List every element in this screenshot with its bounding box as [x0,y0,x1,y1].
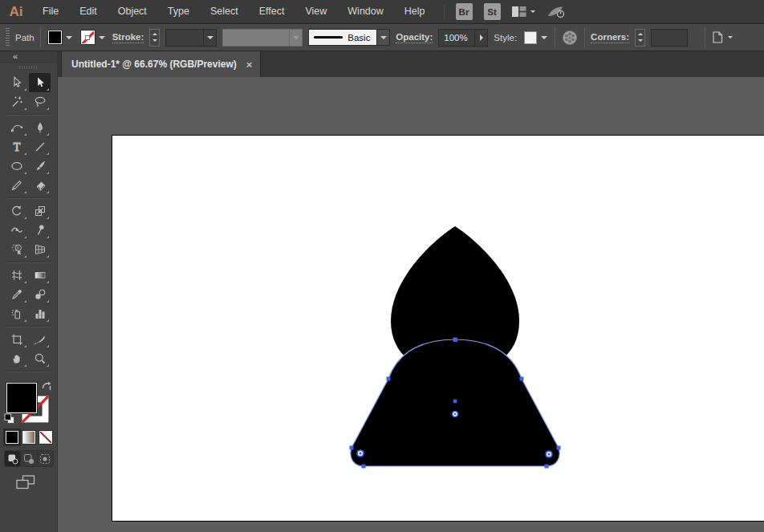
shape-builder-icon [10,243,23,256]
tool-gradient[interactable] [29,266,51,285]
recolor-artwork-icon[interactable] [561,29,579,47]
chevron-right-icon[interactable] [474,30,487,46]
tool-rotate[interactable] [6,201,28,221]
close-icon[interactable]: × [246,59,253,70]
bridge-button[interactable]: Br [456,3,473,20]
chevron-down-icon[interactable] [377,29,390,46]
tool-line-segment[interactable] [29,137,51,156]
fill-swatch[interactable] [48,30,62,44]
tool-slice[interactable] [29,330,51,349]
step-down-icon[interactable] [152,39,157,42]
tool-column-graph[interactable] [29,304,51,323]
illustrator-window: Ai File Edit Object Type Select Effect V… [0,0,764,532]
opacity-combo[interactable]: 100% [438,29,488,47]
corner-widget[interactable] [356,449,364,457]
divider [555,27,555,48]
tool-pen[interactable] [29,118,51,137]
divider [6,371,51,372]
tool-shape-builder[interactable] [6,240,28,259]
tool-perspective-grid[interactable] [29,240,51,259]
step-down-icon[interactable] [638,39,643,42]
stroke-weight-stepper[interactable] [149,29,160,47]
menu-type[interactable]: Type [157,0,200,23]
stroke-none-swatch[interactable] [81,30,95,44]
canvas-pasteboard[interactable] [58,77,764,532]
corner-widget[interactable] [545,450,553,458]
artwork [112,136,764,521]
tool-hand[interactable] [6,349,28,368]
stock-button[interactable]: St [484,3,501,20]
divider [6,114,51,116]
tool-lasso[interactable] [29,92,51,112]
draw-inside-button[interactable] [38,451,53,466]
step-up-icon[interactable] [638,33,643,35]
corners-stepper[interactable] [635,29,645,47]
control-bar-grip[interactable] [6,28,10,47]
tools-panel-grip[interactable] [0,63,57,71]
stroke-weight-combo[interactable] [165,29,217,47]
tool-curvature[interactable] [6,118,28,137]
tool-scale[interactable] [29,201,51,221]
tool-pencil[interactable] [6,176,28,195]
menu-effect[interactable]: Effect [249,0,295,23]
workspace-switcher[interactable] [512,6,535,17]
menu-file[interactable]: File [32,0,69,23]
menu-window[interactable]: Window [337,0,393,23]
tool-zoom[interactable] [29,349,51,368]
tool-mesh[interactable] [6,266,28,285]
chevron-down-icon[interactable] [66,36,72,39]
tool-artboard[interactable] [6,330,28,349]
step-up-icon[interactable] [152,33,157,35]
center-widget[interactable] [452,411,458,417]
document-setup-dropdown[interactable] [711,30,733,44]
tool-magic-wand[interactable] [6,92,28,112]
artboard[interactable] [112,136,764,521]
menu-bar-right: Br St [444,3,566,20]
menu-view[interactable]: View [295,0,337,23]
menu-select[interactable]: Select [200,0,249,23]
gpu-performance-icon[interactable] [547,5,566,18]
gradient-button[interactable] [22,431,35,444]
opacity-value: 100% [439,33,474,43]
symbol-sprayer-icon [10,307,23,320]
chevron-down-icon[interactable] [99,36,105,39]
menu-edit[interactable]: Edit [69,0,108,23]
draw-normal-button[interactable] [5,451,21,466]
tool-type[interactable]: T [6,137,28,156]
default-fill-stroke-icon[interactable] [4,413,15,424]
tool-paintbrush[interactable] [29,156,51,176]
stroke-color-control[interactable] [79,30,107,44]
brush-definition-combo[interactable]: Basic [308,29,390,46]
tool-direct-selection[interactable] [29,73,51,92]
tool-puppet-warp[interactable] [29,221,51,240]
document-tab[interactable]: Untitled-1* @ 66.67% (RGB/Preview) × [61,51,261,77]
stroke-panel-link[interactable]: Stroke: [112,32,144,43]
chevron-down-icon[interactable] [203,30,216,46]
fill-color-control[interactable] [47,30,74,44]
tools-collapse-button[interactable]: « [0,51,57,63]
tool-ellipse[interactable] [6,156,28,176]
chevron-down-icon[interactable] [541,36,547,39]
swap-fill-stroke-icon[interactable] [41,381,52,392]
style-swatch[interactable] [524,31,537,44]
tool-eraser[interactable] [29,176,51,195]
curvature-icon [10,121,23,134]
screen-mode-icon[interactable] [16,475,35,489]
tool-width[interactable] [6,221,28,240]
corners-field[interactable] [651,29,688,47]
tool-blend[interactable] [29,285,51,304]
fill-swatch-large[interactable] [6,383,37,413]
color-button[interactable] [6,431,18,444]
draw-behind-button[interactable] [21,451,37,466]
graphic-style-control[interactable] [522,31,549,44]
opacity-panel-link[interactable]: Opacity: [396,32,433,43]
none-button[interactable] [39,431,52,444]
brush-preview[interactable]: Basic [308,29,377,46]
tool-symbol-sprayer[interactable] [6,304,28,323]
corners-panel-link[interactable]: Corners: [591,32,629,43]
menu-help[interactable]: Help [394,0,436,23]
paintbrush-icon [34,160,47,173]
tool-selection[interactable] [6,73,28,92]
tool-eyedropper[interactable] [6,285,28,304]
menu-object[interactable]: Object [108,0,157,23]
